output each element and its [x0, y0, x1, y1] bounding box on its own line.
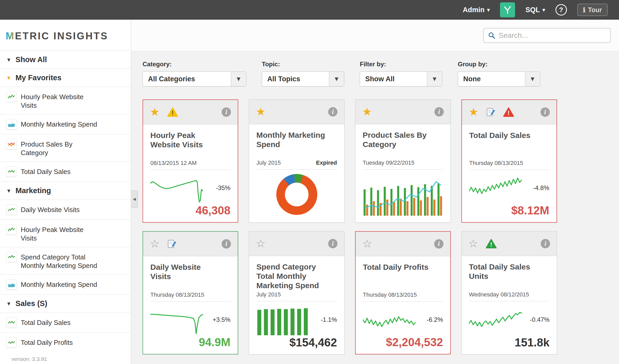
tile-title: Hourly Peak Website Visits [150, 131, 222, 160]
topic-dropdown[interactable]: All Topics ▼ [262, 71, 344, 86]
change-percent: -4.8% [524, 184, 549, 192]
favorite-star-icon[interactable]: ★ [256, 106, 266, 117]
donut-chart [256, 170, 337, 217]
category-dropdown[interactable]: All Categories ▼ [143, 71, 246, 86]
sidebar-item-daily-website-visits[interactable]: Daily Website Visits [0, 200, 131, 220]
sidebar-item-label: Product Sales By Category [21, 139, 99, 157]
chart-canvas [256, 173, 337, 216]
tile-product-sales-by-category[interactable]: ★ i Product Sales By Category Tuesday 09… [355, 99, 451, 223]
filter-by-dropdown[interactable]: Show All ▼ [360, 71, 442, 86]
tile-spend-category-total[interactable]: ☆ i Spend Category Total Monthly Marketi… [249, 231, 344, 354]
dropdown-arrow-icon[interactable]: ▼ [427, 72, 442, 86]
sidebar-item-hourly-peak-website-visits-2[interactable]: Hourly Peak Website Visits [0, 220, 131, 247]
favorite-star-icon[interactable]: ☆ [362, 238, 372, 249]
sidebar-group-my-favorites[interactable]: ▼ My Favorites [0, 69, 131, 87]
dropdown-arrow-icon[interactable]: ▼ [525, 72, 540, 86]
tile-body: Daily Website Visits Thursday 08/13/2015… [143, 256, 238, 354]
sidebar-item-label: Hourly Peak Website Visits [21, 224, 99, 242]
help-icon[interactable]: ? [555, 4, 567, 16]
sidebar-item-label: Total Daily Profits [21, 337, 73, 347]
info-icon[interactable]: i [434, 239, 444, 249]
info-icon[interactable]: i [434, 107, 444, 117]
admin-menu[interactable]: Admin ▾ [463, 6, 490, 14]
search-bar-row [131, 20, 619, 51]
group-by-dropdown[interactable]: None ▼ [458, 71, 540, 86]
sidebar-item-spend-category-total[interactable]: Spend Category Total Monthly Marketing S… [0, 247, 131, 274]
group-label: Marketing [16, 186, 51, 195]
tile-body: Total Daily Profits Thursday 08/13/2015 … [356, 256, 450, 354]
sidebar-item-total-daily-profits[interactable]: Total Daily Profits [0, 332, 131, 352]
tile-monthly-marketing-spend[interactable]: ★ i Monthly Marketing Spend July 2015 Ex… [249, 99, 344, 223]
tile-title: Total Daily Profits [363, 263, 434, 292]
sidebar-item-hourly-peak-website-visits[interactable]: Hourly Peak Website Visits [0, 87, 131, 114]
info-icon[interactable]: i [328, 107, 337, 117]
note-icon[interactable] [167, 239, 177, 249]
tile-total-daily-profits[interactable]: ☆ i Total Daily Profits Thursday 08/13/2… [355, 231, 451, 354]
dropdown-arrow-icon[interactable]: ▼ [231, 72, 246, 86]
tile-header: ★ ! i [462, 100, 557, 125]
date-text: Wednesday 08/12/2015 [469, 291, 529, 298]
dropdown-arrow-icon[interactable]: ▼ [329, 72, 344, 86]
tour-button[interactable]: ℹ Tour [577, 4, 608, 16]
change-percent: -0.47% [525, 316, 550, 323]
tile-header: ★ ! i [143, 100, 238, 125]
svg-text:!: ! [490, 241, 492, 248]
sidebar-item-product-sales-by-category[interactable]: Product Sales By Category [0, 134, 131, 162]
tour-button-label: Tour [588, 6, 602, 14]
svg-text:!: ! [508, 110, 510, 117]
date-text: July 2015 [256, 291, 281, 298]
tile-title: Monthly Marketing Spend [256, 130, 328, 159]
info-icon[interactable]: i [222, 107, 231, 117]
sidebar-item-monthly-marketing-spend-2[interactable]: Monthly Marketing Spend [0, 274, 131, 294]
search-box[interactable] [483, 28, 611, 43]
date-text: Thursday 08/13/2015 [150, 292, 204, 298]
sparkline-chart: -6.2% [363, 302, 443, 336]
sidebar-item-total-daily-sales[interactable]: Total Daily Sales [0, 162, 131, 181]
sidebar-show-all[interactable]: ▼ Show All [0, 50, 131, 69]
tile-date: Wednesday 08/12/2015 [469, 291, 550, 301]
tile-grid: ★ ! i Hourly Peak Website Visits 08/13/2… [143, 99, 607, 354]
chart-canvas [150, 304, 203, 335]
tile-date: 08/13/2015 12 AM [150, 160, 230, 170]
group-label: Sales (S) [16, 299, 47, 308]
sidebar-item-total-daily-sales-2[interactable]: Total Daily Sales [0, 312, 131, 332]
chart-canvas [256, 304, 310, 335]
favorite-star-icon[interactable]: ★ [362, 106, 372, 117]
info-icon[interactable]: i [541, 239, 550, 248]
sidebar-group-sales[interactable]: ▼ Sales (S) [0, 294, 131, 312]
expired-badge: Expired [316, 159, 337, 166]
sql-menu[interactable]: SQL ▾ [525, 6, 545, 14]
teal-chart-icon [6, 119, 17, 129]
bar-chart: -1.1% [256, 301, 337, 336]
sql-menu-label: SQL [525, 6, 540, 14]
sidebar-group-marketing[interactable]: ▼ Marketing [0, 181, 131, 200]
date-text: 08/13/2015 12 AM [150, 160, 197, 166]
date-text: Tuesday 09/22/2015 [363, 159, 414, 166]
favorite-star-icon[interactable]: ☆ [256, 238, 266, 249]
sidebar-item-monthly-marketing-spend[interactable]: Monthly Marketing Spend [0, 114, 131, 134]
tile-value: 94.9M [150, 336, 230, 349]
sparkline-chart: -35% [150, 170, 230, 204]
info-icon[interactable]: i [328, 239, 337, 248]
tile-hourly-peak-website-visits[interactable]: ★ ! i Hourly Peak Website Visits 08/13/2… [143, 99, 238, 223]
favorite-star-icon[interactable]: ★ [150, 107, 160, 118]
tile-date: July 2015 Expired [256, 159, 337, 170]
info-icon[interactable]: i [540, 107, 550, 117]
favorite-star-icon[interactable]: ☆ [468, 238, 478, 249]
change-percent: -6.2% [418, 316, 443, 323]
tile-date: Thursday 08/13/2015 [363, 292, 443, 302]
tile-header: ☆ i [356, 232, 450, 256]
sidebar-collapse-handle[interactable]: ◀ [131, 191, 138, 208]
search-input[interactable] [499, 31, 606, 40]
brand-logo-button[interactable] [500, 2, 515, 17]
tile-body: Monthly Marketing Spend July 2015 Expire… [249, 124, 344, 222]
sparkline-chart: -4.8% [469, 170, 549, 204]
favorite-star-icon[interactable]: ☆ [150, 238, 160, 249]
note-icon[interactable] [486, 107, 496, 117]
tile-daily-website-visits[interactable]: ☆ i Daily Website Visits Thursday 08/13/… [143, 231, 238, 354]
tile-total-daily-sales-units[interactable]: ☆ ! i Total Daily Sales Units Wednesday … [461, 231, 557, 354]
favorite-star-icon[interactable]: ★ [469, 107, 479, 118]
chevron-down-icon: ▾ [487, 7, 490, 12]
info-icon[interactable]: i [222, 239, 231, 249]
tile-total-daily-sales[interactable]: ★ ! i Total Daily Sales [461, 99, 557, 223]
